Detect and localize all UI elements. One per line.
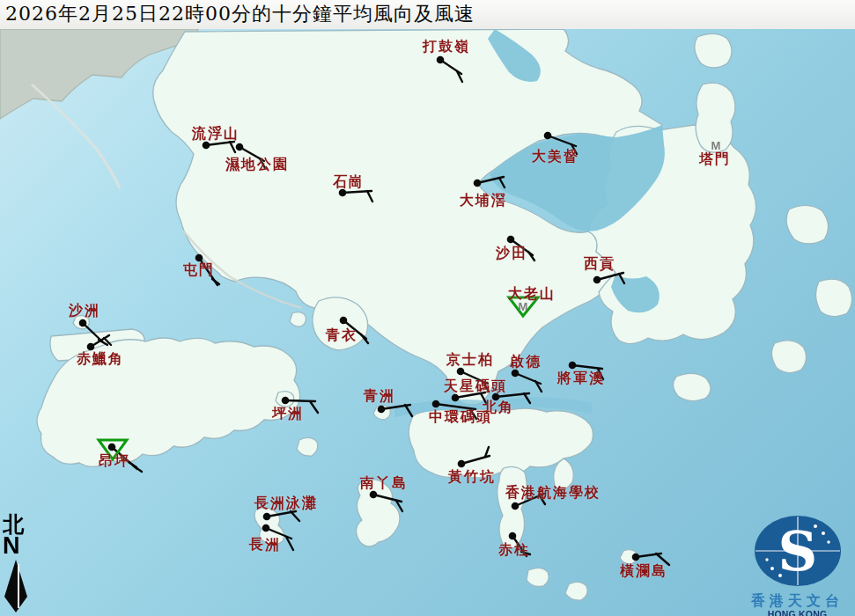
station-lamma-island [370,491,402,511]
wind-barb [405,405,412,416]
station-lau-fau-shan [203,142,235,152]
station-label-ngong-ping: 昂坪 [99,454,130,468]
station-label-wong-chuk-hang: 黃竹坑 [448,470,496,484]
station-label-central-pier: 中環碼頭 [429,410,492,424]
station-label-stanley: 赤柱 [498,543,530,557]
station-green-island [378,405,412,416]
station-dot [87,343,95,351]
station-tai-po-kau [474,177,505,187]
station-dot [263,513,271,521]
wind-barb [291,511,299,521]
station-dot [458,460,466,468]
hko-name-chinese: 香港天文台 [740,593,855,609]
station-dot [79,319,87,327]
station-dot [509,532,517,540]
station-label-lamma-island: 南丫島 [360,476,408,490]
m-marker: M [519,300,528,313]
station-dot [474,180,482,187]
station-wong-chuk-hang [458,447,490,467]
station-dot [378,406,386,414]
station-label-shek-kong: 石崗 [333,175,365,189]
station-label-green-island: 青洲 [364,389,395,403]
north-arrow-icon [3,558,33,614]
station-dot [203,142,210,150]
station-sha-chau [79,319,107,345]
hko-logo: S 香港天文台 HONG KONG OBSERVATORY [740,515,855,616]
station-label-sha-tin: 沙田 [496,246,527,260]
north-indicator: 北 N [3,513,38,616]
station-label-kai-tak: 啟德 [510,355,542,369]
station-label-hk-sea-school: 香港航海學校 [505,486,601,500]
station-label-cheung-chau-beach: 長洲泳灘 [254,496,318,510]
station-sai-kung [593,273,624,283]
station-dot [507,236,515,244]
station-dot [282,397,290,405]
station-label-tai-po-kau: 大埔滘 [460,194,507,208]
station-dot [108,444,116,451]
station-dot [544,132,552,140]
wind-stations-layer: MM [0,0,855,616]
station-label-tseung-kwan-o: 將軍澳 [557,371,605,385]
station-label-sha-chau: 沙洲 [69,304,100,318]
wind-barb [230,142,235,152]
station-kai-tak [512,370,542,392]
station-dot [569,362,577,370]
station-dot [262,524,270,532]
station-label-lau-fau-shan: 流浮山 [192,127,240,141]
station-dot [632,554,640,561]
station-label-star-ferry: 天星碼頭 [444,379,507,393]
wind-barb [310,401,318,413]
wind-barb [619,274,624,283]
station-dot [457,368,465,376]
station-label-cheung-chau: 長洲 [249,538,281,552]
north-letter: N [3,535,38,558]
station-label-tates-cairn: 大老山 [508,287,556,301]
station-label-kings-park: 京士柏 [446,353,494,367]
wind-barb [499,178,505,187]
station-label-sai-kung: 西貢 [584,257,615,271]
station-dot [452,394,460,402]
station-shek-kong [339,189,372,202]
wind-map: MM 打鼓嶺流浮山濕地公園石崗大美督塔門大埔滘沙田西貢屯門沙洲赤鱲角大老山青衣京… [0,0,855,616]
station-dot [437,56,445,64]
wind-barb [367,191,372,202]
station-label-tai-mei-tuk: 大美督 [532,150,579,164]
station-dot [340,317,348,325]
station-dot [593,276,601,284]
hko-emblem-icon: S [743,515,852,588]
station-label-peng-chau: 坪洲 [272,407,304,421]
station-label-wetland-park: 濕地公園 [225,158,289,172]
station-cheung-chau-beach [263,511,299,521]
station-dot [370,491,378,499]
hko-name-english: HONG KONG OBSERVATORY [740,609,855,616]
station-ta-kwu-ling [437,56,462,82]
station-label-waglan-island: 橫瀾島 [620,564,667,578]
svg-text:S: S [778,519,817,583]
station-dot [512,370,520,378]
station-label-chek-lap-kok: 赤鱲角 [77,352,124,366]
station-label-ta-kwu-ling: 打鼓嶺 [423,40,470,54]
wind-barb [524,393,530,403]
wind-barb [133,466,142,472]
map-title: 2026年2月25日22時00分的十分鐘平均風向及風速 [0,0,855,29]
station-dot [236,143,244,151]
station-label-tuen-mun: 屯門 [183,263,215,277]
station-label-tap-mun: 塔門 [699,152,731,166]
station-label-tsing-yi: 青衣 [326,328,357,342]
station-dot [432,400,440,408]
station-dot [512,502,520,510]
station-dot [195,254,203,262]
